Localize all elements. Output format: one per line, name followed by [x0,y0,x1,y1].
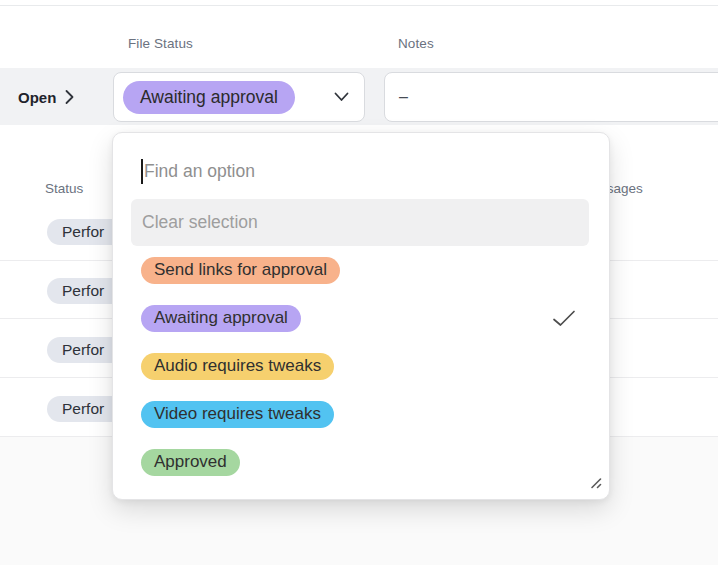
column-header-file-status: File Status [128,36,193,51]
open-record-button[interactable]: Open [18,88,74,105]
text-caret [141,159,143,184]
option-pill: Send links for approval [141,257,340,284]
table-header-status: Status [45,181,83,196]
chevron-down-icon[interactable] [334,92,349,102]
resize-handle-icon[interactable] [588,475,602,493]
chevron-right-icon [65,89,74,104]
search-placeholder: Find an option [144,161,255,182]
record-detail-view: File Status Notes Open Awaiting approval… [0,0,718,565]
options-list: Send links for approval Awaiting approva… [113,246,609,486]
file-status-select-field[interactable]: Awaiting approval [113,72,365,122]
option-approved[interactable]: Approved [113,438,609,486]
option-audio-requires-tweaks[interactable]: Audio requires tweaks [113,342,609,390]
expanded-record-row: Open Awaiting approval – [0,68,718,125]
clear-selection-option[interactable]: Clear selection [131,199,589,246]
notes-field[interactable]: – [384,72,718,122]
clear-selection-label: Clear selection [142,212,258,233]
checkmark-icon [552,310,576,327]
option-pill: Awaiting approval [141,305,301,332]
notes-empty-value: – [399,88,408,106]
option-pill: Audio requires tweaks [141,353,334,380]
option-pill: Approved [141,449,240,476]
option-video-requires-tweaks[interactable]: Video requires tweaks [113,390,609,438]
file-status-dropdown: Find an option Clear selection Send link… [112,132,610,500]
column-header-notes: Notes [398,36,434,51]
option-awaiting-approval[interactable]: Awaiting approval [113,294,609,342]
option-send-links-for-approval[interactable]: Send links for approval [113,246,609,294]
top-divider [0,5,718,6]
option-pill: Video requires tweaks [141,401,334,428]
open-record-label: Open [18,88,56,105]
file-status-value-pill: Awaiting approval [123,81,295,114]
option-search-input[interactable]: Find an option [113,133,609,199]
